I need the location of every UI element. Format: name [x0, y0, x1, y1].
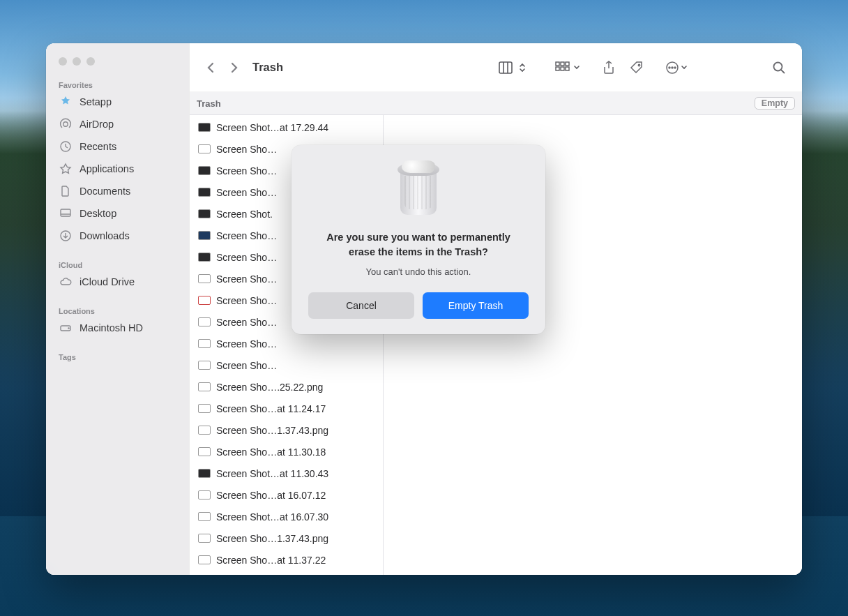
trash-full-icon: [308, 163, 529, 218]
dialog-title: Are you sure you want to permanently era…: [308, 230, 529, 260]
cancel-button[interactable]: Cancel: [308, 292, 414, 319]
empty-trash-dialog: Are you sure you want to permanently era…: [292, 145, 545, 334]
dialog-subtitle: You can't undo this action.: [308, 266, 529, 277]
empty-trash-confirm-button[interactable]: Empty Trash: [423, 292, 529, 319]
